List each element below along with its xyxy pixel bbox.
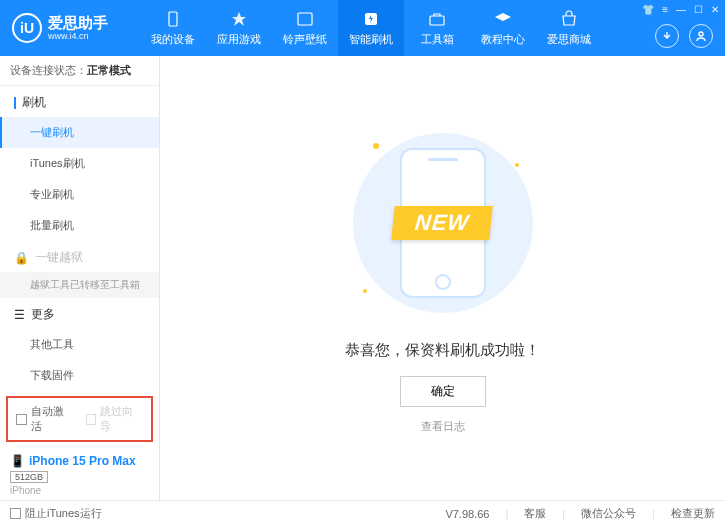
device-type: iPhone (10, 485, 149, 496)
new-ribbon: NEW (392, 206, 494, 240)
ok-button[interactable]: 确定 (400, 376, 486, 407)
sidebar-item-oneclick-flash[interactable]: 一键刷机 (0, 117, 159, 148)
skin-icon[interactable]: 👕 (642, 4, 654, 15)
app-logo: iU 爱思助手 www.i4.cn (0, 13, 140, 43)
device-icon (163, 10, 183, 28)
jailbreak-moved-note: 越狱工具已转移至工具箱 (0, 272, 159, 298)
nav-ringtone[interactable]: 铃声壁纸 (272, 0, 338, 56)
image-icon (295, 10, 315, 28)
nav-my-device[interactable]: 我的设备 (140, 0, 206, 56)
version-label: V7.98.66 (445, 508, 489, 520)
main-content: NEW 恭喜您，保资料刷机成功啦！ 确定 查看日志 (160, 56, 725, 500)
maximize-icon[interactable]: ☐ (694, 4, 703, 15)
success-message: 恭喜您，保资料刷机成功啦！ (345, 341, 540, 360)
auto-activate-checkbox[interactable]: 自动激活 (16, 404, 74, 434)
success-illustration: NEW (343, 123, 543, 323)
svg-rect-1 (298, 13, 312, 25)
store-icon (559, 10, 579, 28)
svg-rect-3 (430, 16, 444, 25)
device-status: 设备连接状态：正常模式 (0, 56, 159, 86)
nav-store[interactable]: 爱思商城 (536, 0, 602, 56)
menu-lines-icon: ☰ (14, 308, 25, 322)
highlighted-options: 自动激活 跳过向导 (6, 396, 153, 442)
status-footer: 阻止iTunes运行 V7.98.66 客服 微信公众号 检查更新 (0, 500, 725, 526)
minimize-icon[interactable]: — (676, 4, 686, 15)
sidebar-item-pro-flash[interactable]: 专业刷机 (0, 179, 159, 210)
device-capacity: 512GB (10, 471, 48, 483)
support-link[interactable]: 客服 (524, 506, 546, 521)
sidebar-item-advanced[interactable]: 高级功能 (0, 391, 159, 392)
user-button[interactable] (689, 24, 713, 48)
lock-icon: 🔒 (14, 251, 29, 265)
svg-rect-0 (169, 12, 177, 26)
nav-tutorial[interactable]: 教程中心 (470, 0, 536, 56)
check-update-link[interactable]: 检查更新 (671, 506, 715, 521)
svg-point-4 (699, 32, 703, 36)
sidebar-group-jailbreak: 🔒一键越狱 (0, 241, 159, 272)
flash-icon (361, 10, 381, 28)
sidebar-item-itunes-flash[interactable]: iTunes刷机 (0, 148, 159, 179)
window-controls: 👕 ≡ — ☐ ✕ (642, 4, 719, 15)
sidebar-item-batch-flash[interactable]: 批量刷机 (0, 210, 159, 241)
sidebar-group-more[interactable]: ☰更多 (0, 298, 159, 329)
logo-icon: iU (12, 13, 42, 43)
download-button[interactable] (655, 24, 679, 48)
apps-icon (229, 10, 249, 28)
device-info[interactable]: 📱iPhone 15 Pro Max 512GB iPhone (0, 448, 159, 500)
nav-toolbox[interactable]: 工具箱 (404, 0, 470, 56)
view-log-link[interactable]: 查看日志 (421, 419, 465, 434)
nav-flash[interactable]: 智能刷机 (338, 0, 404, 56)
block-itunes-checkbox[interactable]: 阻止iTunes运行 (10, 506, 102, 521)
sidebar: 设备连接状态：正常模式 刷机 一键刷机 iTunes刷机 专业刷机 批量刷机 🔒… (0, 56, 160, 500)
top-nav: 我的设备 应用游戏 铃声壁纸 智能刷机 工具箱 教程中心 爱思商城 (140, 0, 602, 56)
app-header: iU 爱思助手 www.i4.cn 我的设备 应用游戏 铃声壁纸 智能刷机 工具… (0, 0, 725, 56)
sidebar-item-other-tools[interactable]: 其他工具 (0, 329, 159, 360)
grad-cap-icon (493, 10, 513, 28)
app-url: www.i4.cn (48, 32, 108, 41)
close-icon[interactable]: ✕ (711, 4, 719, 15)
toolbox-icon (427, 10, 447, 28)
sidebar-group-flash[interactable]: 刷机 (0, 86, 159, 117)
sidebar-item-download-firmware[interactable]: 下载固件 (0, 360, 159, 391)
skip-guide-checkbox: 跳过向导 (86, 404, 144, 434)
nav-apps[interactable]: 应用游戏 (206, 0, 272, 56)
wechat-link[interactable]: 微信公众号 (581, 506, 636, 521)
menu-icon[interactable]: ≡ (662, 4, 668, 15)
phone-icon: 📱 (10, 454, 25, 468)
app-name: 爱思助手 (48, 15, 108, 30)
